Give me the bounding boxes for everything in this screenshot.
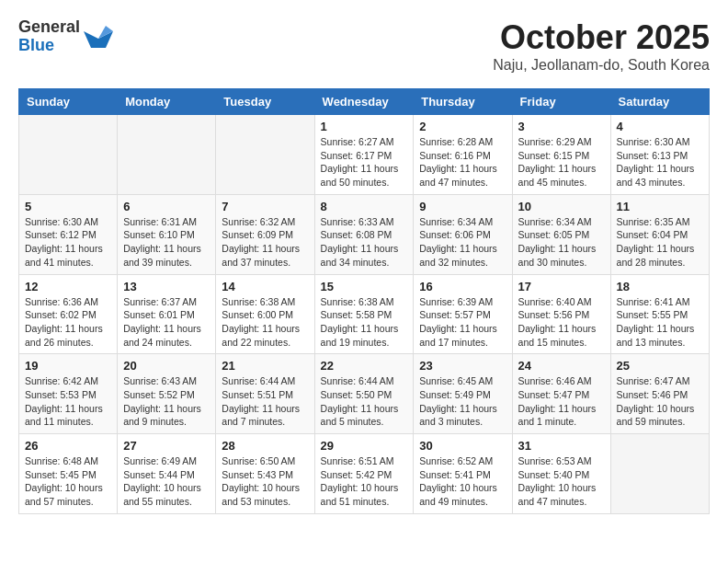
day-number: 25 [617,359,703,373]
logo-icon [84,22,113,52]
calendar-cell: 12Sunrise: 6:36 AM Sunset: 6:02 PM Dayli… [19,274,118,354]
weekday-header-friday: Friday [512,89,610,115]
day-number: 2 [419,120,506,133]
day-info: Sunrise: 6:52 AM Sunset: 5:41 PM Dayligh… [419,454,506,509]
weekday-header-tuesday: Tuesday [216,89,314,115]
day-number: 16 [419,280,506,293]
calendar-cell: 24Sunrise: 6:46 AM Sunset: 5:47 PM Dayli… [512,354,610,434]
calendar-cell: 18Sunrise: 6:41 AM Sunset: 5:55 PM Dayli… [610,274,709,354]
calendar-cell: 8Sunrise: 6:33 AM Sunset: 6:08 PM Daylig… [314,194,414,274]
calendar-cell [610,434,709,514]
day-info: Sunrise: 6:45 AM Sunset: 5:49 PM Dayligh… [419,374,506,429]
day-info: Sunrise: 6:40 AM Sunset: 5:56 PM Dayligh… [518,295,605,350]
page-header: General Blue October 2025 Naju, Jeollana… [18,18,710,74]
day-info: Sunrise: 6:39 AM Sunset: 5:57 PM Dayligh… [419,295,506,350]
day-info: Sunrise: 6:31 AM Sunset: 6:10 PM Dayligh… [123,215,210,270]
day-number: 30 [419,439,506,453]
calendar-cell: 1Sunrise: 6:27 AM Sunset: 6:17 PM Daylig… [314,115,414,195]
calendar-cell: 23Sunrise: 6:45 AM Sunset: 5:49 PM Dayli… [414,354,512,434]
day-info: Sunrise: 6:51 AM Sunset: 5:42 PM Dayligh… [321,454,408,509]
day-number: 18 [617,280,703,293]
day-number: 6 [123,200,210,213]
calendar-cell: 16Sunrise: 6:39 AM Sunset: 5:57 PM Dayli… [414,274,512,354]
day-info: Sunrise: 6:28 AM Sunset: 6:16 PM Dayligh… [419,135,506,190]
calendar-week-row: 26Sunrise: 6:48 AM Sunset: 5:45 PM Dayli… [19,434,710,514]
logo-general: General [18,18,80,37]
weekday-header-wednesday: Wednesday [314,89,414,115]
day-number: 29 [321,439,408,453]
calendar-cell: 25Sunrise: 6:47 AM Sunset: 5:46 PM Dayli… [610,354,709,434]
calendar-cell: 31Sunrise: 6:53 AM Sunset: 5:40 PM Dayli… [512,434,610,514]
calendar-cell: 20Sunrise: 6:43 AM Sunset: 5:52 PM Dayli… [118,354,216,434]
day-number: 27 [123,439,210,453]
day-number: 1 [321,120,408,133]
weekday-header-saturday: Saturday [610,89,709,115]
calendar-cell [118,115,216,195]
weekday-header-monday: Monday [118,89,216,115]
day-number: 15 [321,280,408,293]
day-number: 26 [25,439,111,453]
svg-marker-0 [84,31,113,48]
day-info: Sunrise: 6:33 AM Sunset: 6:08 PM Dayligh… [321,215,408,270]
calendar-cell: 4Sunrise: 6:30 AM Sunset: 6:13 PM Daylig… [610,115,709,195]
calendar-cell: 26Sunrise: 6:48 AM Sunset: 5:45 PM Dayli… [19,434,118,514]
day-number: 22 [321,359,408,373]
day-info: Sunrise: 6:30 AM Sunset: 6:13 PM Dayligh… [617,135,703,190]
location: Naju, Jeollanam-do, South Korea [493,57,710,74]
day-info: Sunrise: 6:36 AM Sunset: 6:02 PM Dayligh… [25,295,111,350]
day-number: 23 [419,359,506,373]
calendar-week-row: 12Sunrise: 6:36 AM Sunset: 6:02 PM Dayli… [19,274,710,354]
calendar-cell [216,115,314,195]
day-info: Sunrise: 6:37 AM Sunset: 6:01 PM Dayligh… [123,295,210,350]
day-info: Sunrise: 6:53 AM Sunset: 5:40 PM Dayligh… [518,454,605,509]
calendar-cell: 7Sunrise: 6:32 AM Sunset: 6:09 PM Daylig… [216,194,314,274]
calendar-week-row: 1Sunrise: 6:27 AM Sunset: 6:17 PM Daylig… [19,115,710,195]
day-info: Sunrise: 6:49 AM Sunset: 5:44 PM Dayligh… [123,454,210,509]
day-number: 17 [518,280,605,293]
day-number: 10 [518,200,605,213]
day-info: Sunrise: 6:47 AM Sunset: 5:46 PM Dayligh… [617,374,703,429]
calendar-cell [19,115,118,195]
calendar-cell: 27Sunrise: 6:49 AM Sunset: 5:44 PM Dayli… [118,434,216,514]
day-number: 11 [617,200,703,213]
day-number: 8 [321,200,408,213]
weekday-header-row: SundayMondayTuesdayWednesdayThursdayFrid… [19,89,710,115]
day-number: 21 [222,359,308,373]
calendar-cell: 3Sunrise: 6:29 AM Sunset: 6:15 PM Daylig… [512,115,610,195]
day-number: 24 [518,359,605,373]
calendar-cell: 28Sunrise: 6:50 AM Sunset: 5:43 PM Dayli… [216,434,314,514]
day-number: 7 [222,200,308,213]
calendar-cell: 30Sunrise: 6:52 AM Sunset: 5:41 PM Dayli… [414,434,512,514]
day-number: 9 [419,200,506,213]
calendar-cell: 21Sunrise: 6:44 AM Sunset: 5:51 PM Dayli… [216,354,314,434]
calendar-week-row: 19Sunrise: 6:42 AM Sunset: 5:53 PM Dayli… [19,354,710,434]
calendar-cell: 22Sunrise: 6:44 AM Sunset: 5:50 PM Dayli… [314,354,414,434]
calendar-cell: 2Sunrise: 6:28 AM Sunset: 6:16 PM Daylig… [414,115,512,195]
day-info: Sunrise: 6:48 AM Sunset: 5:45 PM Dayligh… [25,454,111,509]
month-title: October 2025 [493,18,710,57]
calendar-cell: 6Sunrise: 6:31 AM Sunset: 6:10 PM Daylig… [118,194,216,274]
day-info: Sunrise: 6:50 AM Sunset: 5:43 PM Dayligh… [222,454,308,509]
day-number: 13 [123,280,210,293]
day-number: 14 [222,280,308,293]
day-info: Sunrise: 6:46 AM Sunset: 5:47 PM Dayligh… [518,374,605,429]
weekday-header-thursday: Thursday [414,89,512,115]
day-number: 19 [25,359,111,373]
day-info: Sunrise: 6:38 AM Sunset: 6:00 PM Dayligh… [222,295,308,350]
day-info: Sunrise: 6:34 AM Sunset: 6:05 PM Dayligh… [518,215,605,270]
logo-text: General Blue [18,18,80,55]
day-info: Sunrise: 6:29 AM Sunset: 6:15 PM Dayligh… [518,135,605,190]
day-info: Sunrise: 6:43 AM Sunset: 5:52 PM Dayligh… [123,374,210,429]
day-number: 31 [518,439,605,453]
day-number: 12 [25,280,111,293]
weekday-header-sunday: Sunday [19,89,118,115]
day-number: 5 [25,200,111,213]
calendar: SundayMondayTuesdayWednesdayThursdayFrid… [18,88,710,514]
calendar-cell: 5Sunrise: 6:30 AM Sunset: 6:12 PM Daylig… [19,194,118,274]
calendar-cell: 19Sunrise: 6:42 AM Sunset: 5:53 PM Dayli… [19,354,118,434]
calendar-cell: 14Sunrise: 6:38 AM Sunset: 6:00 PM Dayli… [216,274,314,354]
day-number: 28 [222,439,308,453]
title-area: October 2025 Naju, Jeollanam-do, South K… [493,18,710,74]
day-info: Sunrise: 6:30 AM Sunset: 6:12 PM Dayligh… [25,215,111,270]
day-info: Sunrise: 6:41 AM Sunset: 5:55 PM Dayligh… [617,295,703,350]
